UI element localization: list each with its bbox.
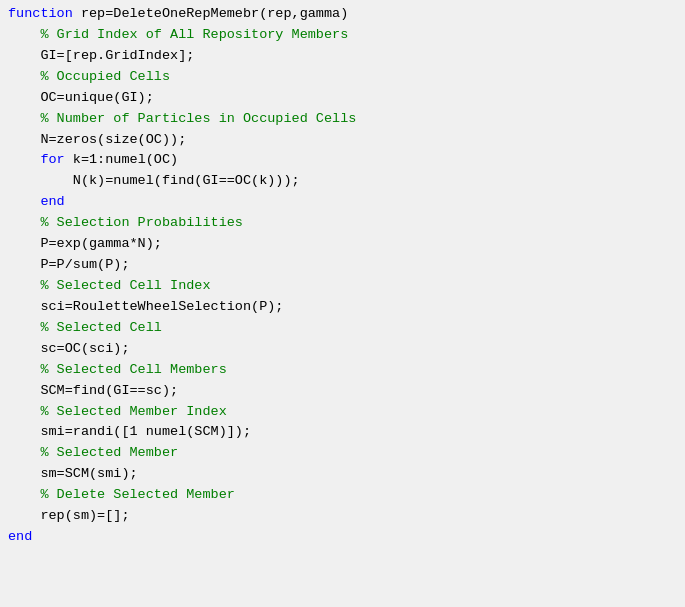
code-line: % Occupied Cells <box>0 67 685 88</box>
code-line: % Selected Cell <box>0 318 685 339</box>
comment-token: % Selected Cell Index <box>8 278 211 293</box>
code-line: N(k)=numel(find(GI==OC(k))); <box>0 171 685 192</box>
code-line: % Selected Member Index <box>0 402 685 423</box>
comment-token: % Selected Cell <box>8 320 162 335</box>
code-line: % Number of Particles in Occupied Cells <box>0 109 685 130</box>
code-line: % Grid Index of All Repository Members <box>0 25 685 46</box>
code-token: k=1:numel(OC) <box>65 152 178 167</box>
code-token: sm=SCM(smi); <box>8 466 138 481</box>
code-line: % Selected Cell Members <box>0 360 685 381</box>
code-line: P=P/sum(P); <box>0 255 685 276</box>
code-token: SCM=find(GI==sc); <box>8 383 178 398</box>
code-line: sci=RouletteWheelSelection(P); <box>0 297 685 318</box>
comment-token: % Delete Selected Member <box>8 487 235 502</box>
code-token: rep(sm)=[]; <box>8 508 130 523</box>
code-token: sc=OC(sci); <box>8 341 130 356</box>
code-token: P=P/sum(P); <box>8 257 130 272</box>
code-token: N(k)=numel(find(GI==OC(k))); <box>8 173 300 188</box>
code-line: smi=randi([1 numel(SCM)]); <box>0 422 685 443</box>
code-line: function rep=DeleteOneRepMemebr(rep,gamm… <box>0 4 685 25</box>
keyword-token: function <box>8 6 73 21</box>
code-line: for k=1:numel(OC) <box>0 150 685 171</box>
comment-token: % Grid Index of All Repository Members <box>8 27 348 42</box>
code-line: rep(sm)=[]; <box>0 506 685 527</box>
code-editor: function rep=DeleteOneRepMemebr(rep,gamm… <box>0 0 685 607</box>
code-line: sm=SCM(smi); <box>0 464 685 485</box>
code-line: N=zeros(size(OC)); <box>0 130 685 151</box>
code-line: sc=OC(sci); <box>0 339 685 360</box>
keyword-token: for <box>8 152 65 167</box>
code-line: end <box>0 527 685 548</box>
keyword-token: end <box>8 529 32 544</box>
code-line: P=exp(gamma*N); <box>0 234 685 255</box>
comment-token: % Selected Cell Members <box>8 362 227 377</box>
code-line: OC=unique(GI); <box>0 88 685 109</box>
code-line: % Delete Selected Member <box>0 485 685 506</box>
keyword-token: end <box>8 194 65 209</box>
code-token: sci=RouletteWheelSelection(P); <box>8 299 283 314</box>
code-token: P=exp(gamma*N); <box>8 236 162 251</box>
code-line: SCM=find(GI==sc); <box>0 381 685 402</box>
comment-token: % Selected Member Index <box>8 404 227 419</box>
comment-token: % Selection Probabilities <box>8 215 243 230</box>
code-token: N=zeros(size(OC)); <box>8 132 186 147</box>
comment-token: % Selected Member <box>8 445 178 460</box>
code-line: % Selection Probabilities <box>0 213 685 234</box>
comment-token: % Number of Particles in Occupied Cells <box>8 111 356 126</box>
code-token: GI=[rep.GridIndex]; <box>8 48 194 63</box>
code-line: end <box>0 192 685 213</box>
code-line: % Selected Cell Index <box>0 276 685 297</box>
comment-token: % Occupied Cells <box>8 69 170 84</box>
code-line: GI=[rep.GridIndex]; <box>0 46 685 67</box>
code-token: OC=unique(GI); <box>8 90 154 105</box>
code-line: % Selected Member <box>0 443 685 464</box>
code-token: rep=DeleteOneRepMemebr(rep,gamma) <box>73 6 348 21</box>
code-token: smi=randi([1 numel(SCM)]); <box>8 424 251 439</box>
